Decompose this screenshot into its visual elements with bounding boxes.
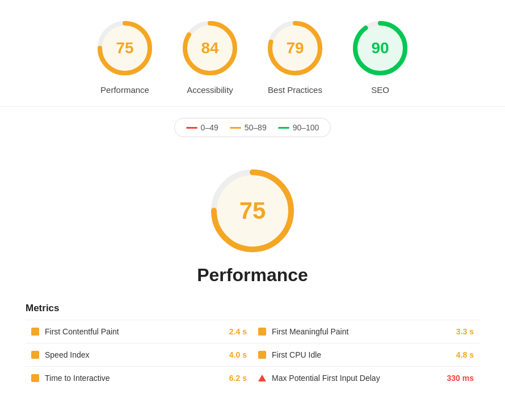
main-score-label: Performance — [197, 265, 308, 286]
metric-row: First Contentful Paint 2.4 s — [26, 320, 253, 343]
score-value-seo: 90 — [371, 39, 389, 57]
main-score-value: 75 — [239, 197, 266, 224]
metric-icon-orange — [31, 328, 39, 336]
main-performance-section: 75 Performance — [0, 149, 505, 297]
metric-name: First Meaningful Paint — [272, 327, 451, 336]
metric-icon-orange — [258, 328, 266, 336]
metric-name: Speed Index — [45, 350, 224, 359]
score-item-accessibility: 84 Accessibility — [179, 17, 241, 95]
score-label-seo: SEO — [371, 85, 389, 95]
legend-dash — [230, 127, 241, 129]
metric-name: First CPU Idle — [272, 350, 451, 359]
metric-value: 6.2 s — [229, 374, 247, 383]
metric-row: Time to Interactive 6.2 s — [26, 366, 253, 389]
metric-row: Speed Index 4.0 s — [26, 343, 253, 366]
metric-icon-orange — [258, 351, 266, 359]
legend-item: 50–89 — [230, 123, 267, 132]
score-item-seo: 90 SEO — [349, 17, 411, 95]
metric-value: 4.0 s — [229, 350, 247, 359]
metric-value: 2.4 s — [229, 327, 247, 336]
metrics-title: Metrics — [26, 303, 479, 314]
legend-item: 0–49 — [186, 123, 218, 132]
legend-container: 0–49 50–89 90–100 — [174, 118, 331, 137]
legend-label: 50–89 — [245, 123, 267, 132]
metric-icon-orange — [31, 351, 39, 359]
score-value-best-practices: 79 — [286, 39, 304, 57]
legend-dash — [278, 127, 289, 129]
legend-label: 90–100 — [293, 123, 319, 132]
score-item-performance: 75 Performance — [94, 17, 156, 95]
legend-dash — [186, 127, 197, 129]
metric-icon-orange — [31, 374, 39, 382]
score-label-performance: Performance — [100, 85, 149, 95]
score-circle-performance: 75 — [94, 17, 156, 79]
score-circle-best-practices: 79 — [264, 17, 326, 79]
score-value-performance: 75 — [116, 39, 133, 57]
metric-row: Max Potential First Input Delay 330 ms — [253, 366, 479, 389]
metric-name: Max Potential First Input Delay — [272, 374, 441, 383]
score-label-accessibility: Accessibility — [187, 85, 233, 95]
score-label-best-practices: Best Practices — [268, 85, 322, 95]
metric-value: 330 ms — [447, 374, 474, 383]
metric-icon-red-triangle — [258, 375, 266, 381]
legend-item: 90–100 — [278, 123, 319, 132]
metric-row: First CPU Idle 4.8 s — [253, 343, 479, 366]
metric-value: 4.8 s — [456, 350, 474, 359]
score-circle-accessibility: 84 — [179, 17, 241, 79]
metric-name: First Contentful Paint — [45, 327, 224, 336]
metric-name: Time to Interactive — [45, 374, 224, 383]
legend-section: 0–49 50–89 90–100 — [0, 118, 505, 137]
score-value-accessibility: 84 — [201, 39, 218, 57]
metric-value: 3.3 s — [456, 327, 474, 336]
legend-label: 0–49 — [201, 123, 218, 132]
metrics-section: Metrics First Contentful Paint 2.4 s Fir… — [9, 297, 496, 406]
metric-row: First Meaningful Paint 3.3 s — [253, 320, 479, 343]
main-score-circle: 75 — [207, 166, 298, 256]
top-scores-section: 75 Performance 84 Accessibility 79 Best … — [0, 0, 505, 107]
score-circle-seo: 90 — [349, 17, 411, 79]
metrics-grid: First Contentful Paint 2.4 s First Meani… — [26, 320, 479, 389]
score-item-best-practices: 79 Best Practices — [264, 17, 326, 95]
